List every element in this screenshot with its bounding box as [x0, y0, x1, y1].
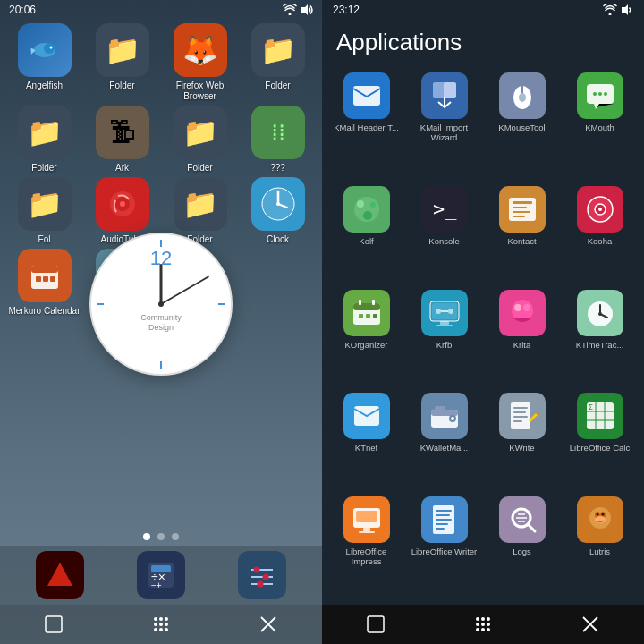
- red-triangle-icon: [44, 559, 76, 591]
- folder4-label: Folder: [187, 163, 212, 174]
- app-fol[interactable]: 📁 Fol: [7, 177, 81, 245]
- ark-icon: 🗜: [109, 117, 136, 148]
- svg-rect-81: [353, 303, 380, 310]
- app-libreoffice-writer[interactable]: LibreOffice Writer: [407, 491, 481, 601]
- app-angelfish[interactable]: Angelfish: [7, 23, 81, 102]
- app-kwalletmanager[interactable]: KWalletMa...: [407, 387, 481, 487]
- svg-point-41: [165, 628, 168, 631]
- dot-1[interactable]: [143, 533, 150, 540]
- dot-2[interactable]: [157, 533, 165, 540]
- app-libreoffice-impress[interactable]: LibreOffice Impress: [329, 491, 403, 601]
- kontact-icon: [504, 191, 541, 228]
- logs-label: Logs: [513, 547, 531, 556]
- app-kooha[interactable]: Kooha: [563, 181, 637, 281]
- svg-point-157: [487, 623, 490, 626]
- svg-rect-20: [50, 276, 55, 282]
- app-korganizer[interactable]: KOrganizer: [329, 284, 403, 385]
- page-dots: [0, 528, 322, 546]
- app-ktimetracker[interactable]: KTimeTrac...: [563, 284, 637, 385]
- wifi-icon: [283, 4, 297, 15]
- app-firefox[interactable]: 🦊 Firefox Web Browser: [163, 23, 237, 102]
- svg-rect-74: [513, 216, 525, 217]
- right-wifi-icon: [603, 4, 617, 15]
- folder3-icon: 📁: [27, 115, 63, 149]
- svg-point-31: [258, 581, 264, 588]
- svg-point-98: [514, 304, 521, 311]
- svg-point-37: [159, 623, 163, 626]
- right-status-bar: 23:12: [322, 0, 644, 20]
- dock-calculator[interactable]: ÷× −+: [137, 551, 185, 599]
- kmousetool-label: KMouseTool: [498, 123, 545, 132]
- kmail-header-icon: [348, 77, 386, 114]
- right-nav-apps[interactable]: [470, 612, 496, 637]
- ktimetracker-label: KTimeTrac...: [576, 340, 624, 350]
- svg-point-111: [451, 417, 454, 420]
- svg-rect-84: [373, 314, 377, 318]
- korganizer-icon: [348, 294, 386, 332]
- svg-point-36: [154, 623, 157, 626]
- logs-icon: [504, 501, 541, 538]
- app-folder2[interactable]: 📁 Folder: [241, 23, 315, 102]
- app-folder4[interactable]: 📁 Folder: [163, 106, 237, 174]
- dock-settings[interactable]: [238, 551, 286, 599]
- svg-rect-85: [359, 300, 361, 305]
- svg-point-29: [254, 567, 260, 573]
- konsole-icon: >_: [426, 191, 463, 228]
- app-kwrite[interactable]: KWrite: [485, 387, 559, 487]
- fol-icon: 📁: [27, 187, 63, 221]
- dock-red-app[interactable]: [36, 551, 84, 599]
- applications-grid: KMail Header T... KMail Import Wizard: [322, 64, 644, 605]
- dot-3[interactable]: [172, 533, 179, 540]
- right-nav-close[interactable]: [578, 612, 603, 637]
- kolf-icon: [348, 191, 386, 228]
- left-nav-close[interactable]: [256, 612, 281, 637]
- app-lutris[interactable]: Lutris: [563, 491, 637, 601]
- app-krita[interactable]: Krita: [485, 284, 559, 385]
- app-kmousetool[interactable]: KMouseTool: [485, 67, 559, 177]
- app-konsole[interactable]: >_ Konsole: [407, 181, 481, 281]
- folder1-icon: 📁: [105, 33, 140, 67]
- app-folder1[interactable]: 📁 Folder: [85, 23, 159, 102]
- app-qqq[interactable]: ⁞⁞ ???: [241, 106, 315, 174]
- kmouth-icon: [581, 77, 619, 114]
- svg-point-38: [165, 623, 168, 626]
- clock-icon: [257, 182, 300, 225]
- firefox-label: Firefox Web Browser: [163, 80, 237, 102]
- app-kmail-header[interactable]: KMail Header T...: [329, 67, 403, 177]
- app-krfb[interactable]: Krfb: [407, 284, 481, 385]
- app-ktnef[interactable]: KTnef: [329, 387, 403, 487]
- kmail-import-label: KMail Import Wizard: [409, 123, 479, 143]
- angelfish-icon: [28, 33, 62, 67]
- clock-center-text: CommunityDesign: [140, 313, 182, 334]
- libreoffice-impress-label: LibreOffice Impress: [331, 547, 402, 567]
- svg-point-160: [487, 628, 490, 631]
- svg-rect-151: [368, 616, 384, 632]
- app-kolf[interactable]: Kolf: [329, 181, 403, 281]
- app-folder3[interactable]: 📁 Folder: [7, 106, 81, 174]
- left-nav-apps[interactable]: [148, 612, 174, 637]
- svg-point-55: [519, 93, 526, 102]
- app-merkuro[interactable]: Merkuro Calendar: [7, 249, 81, 317]
- left-nav-square[interactable]: [41, 612, 66, 637]
- app-libreoffice-calc[interactable]: Σ LibreOffice Calc: [563, 387, 637, 487]
- right-nav-square[interactable]: [363, 612, 388, 637]
- app-ark[interactable]: 🗜 Ark: [85, 106, 159, 174]
- kmail-import-icon: [426, 77, 463, 114]
- svg-marker-21: [47, 563, 72, 586]
- applications-title: Applications: [322, 20, 644, 64]
- krita-icon: [504, 294, 541, 332]
- svg-rect-116: [513, 411, 526, 413]
- app-clock[interactable]: Clock: [241, 177, 315, 245]
- folder1-label: Folder: [109, 80, 134, 91]
- krfb-label: Krfb: [436, 340, 452, 350]
- app-kontact[interactable]: Kontact: [485, 181, 559, 281]
- app-logs[interactable]: Logs: [485, 491, 559, 601]
- calculator-icon: ÷× −+: [145, 559, 177, 591]
- svg-point-33: [154, 617, 157, 621]
- svg-rect-86: [372, 300, 375, 305]
- svg-point-150: [601, 513, 604, 515]
- app-kmouth[interactable]: KMouth: [563, 67, 637, 177]
- left-status-bar: 20:06: [0, 0, 322, 20]
- svg-point-104: [598, 312, 602, 316]
- app-kmail-import[interactable]: KMail Import Wizard: [407, 67, 481, 177]
